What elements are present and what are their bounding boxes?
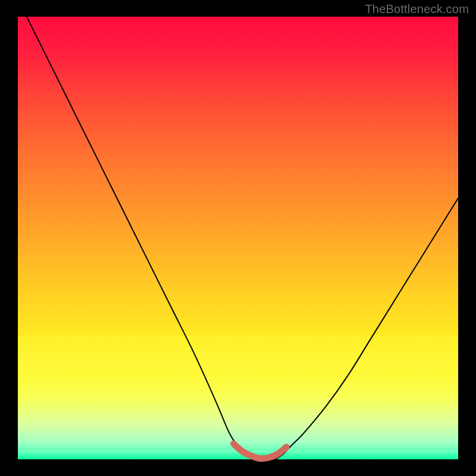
plot-area [18, 17, 458, 459]
chart-stage: TheBottleneck.com [0, 0, 476, 476]
watermark-text: TheBottleneck.com [365, 2, 469, 16]
optimal-range-marker-path [234, 444, 287, 459]
curve-layer [18, 17, 458, 459]
bottleneck-curve-path [27, 17, 458, 460]
